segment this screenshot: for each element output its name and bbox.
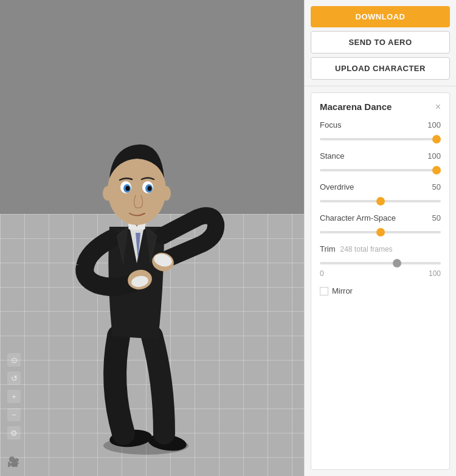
arm-space-value: 50 <box>432 213 441 222</box>
arm-space-slider[interactable] <box>320 231 441 233</box>
stance-label: Stance <box>320 151 344 160</box>
send-to-aero-button[interactable]: SEND TO AERO <box>311 31 450 53</box>
trim-label: Trim <box>320 244 336 254</box>
focus-value: 100 <box>427 120 441 129</box>
action-buttons-section: DOWNLOAD SEND TO AERO UPLOAD CHARACTER <box>305 0 456 86</box>
focus-label: Focus <box>320 120 341 129</box>
plus-icon[interactable]: + <box>7 390 21 403</box>
panel-title: Macarena Dance <box>320 102 392 112</box>
focus-control: Focus 100 <box>320 120 441 143</box>
undo-icon[interactable]: ↺ <box>7 371 21 385</box>
trim-control: Trim 248 total frames 0 100 <box>320 244 441 278</box>
target-icon[interactable]: ⊙ <box>7 353 21 367</box>
stance-control: Stance 100 <box>320 151 441 174</box>
arm-space-label: Character Arm-Space <box>320 213 396 222</box>
trim-range-end: 100 <box>429 269 441 278</box>
camera-icon[interactable]: 🎥 <box>7 456 19 467</box>
trim-slider[interactable] <box>320 262 441 264</box>
panel-close-button[interactable]: × <box>435 102 441 112</box>
svg-point-13 <box>126 186 130 191</box>
stance-value: 100 <box>427 151 441 160</box>
download-button[interactable]: DOWNLOAD <box>311 6 450 27</box>
overdrive-control: Overdrive 50 <box>320 182 441 205</box>
mirror-checkbox[interactable] <box>320 287 328 295</box>
svg-point-15 <box>103 186 112 201</box>
overdrive-value: 50 <box>432 182 441 191</box>
3d-viewport[interactable]: 🎥 ⊙ ↺ + − ⚙ <box>0 0 304 476</box>
panel-header: Macarena Dance × <box>320 102 441 112</box>
focus-slider[interactable] <box>320 138 441 140</box>
svg-point-14 <box>148 186 152 191</box>
trim-frames-text: 248 total frames <box>340 245 393 254</box>
minus-icon[interactable]: − <box>7 408 21 421</box>
character-figure <box>52 105 234 458</box>
svg-point-16 <box>161 186 171 201</box>
upload-character-button[interactable]: UPLOAD CHARACTER <box>311 57 450 80</box>
mirror-control: Mirror <box>320 286 441 295</box>
arm-space-control: Character Arm-Space 50 <box>320 213 441 236</box>
overdrive-slider[interactable] <box>320 200 441 202</box>
stance-slider[interactable] <box>320 169 441 171</box>
controls-panel: Macarena Dance × Focus 100 Stance 100 Ov… <box>311 92 450 470</box>
settings-icon[interactable]: ⚙ <box>7 426 21 440</box>
mirror-label: Mirror <box>332 286 353 295</box>
right-panel: DOWNLOAD SEND TO AERO UPLOAD CHARACTER M… <box>304 0 456 476</box>
trim-range-start: 0 <box>320 269 324 278</box>
overdrive-label: Overdrive <box>320 182 354 191</box>
